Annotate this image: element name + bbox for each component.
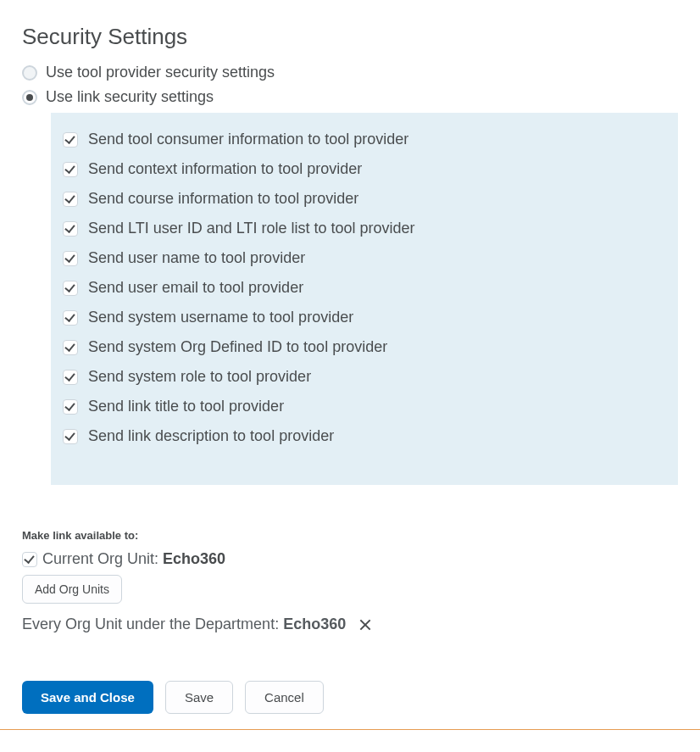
radio-link-label: Use link security settings <box>46 88 214 106</box>
radio-link-icon[interactable] <box>22 90 37 105</box>
radio-row-provider[interactable]: Use tool provider security settings <box>22 64 678 81</box>
current-org-unit-checkbox[interactable] <box>22 552 37 567</box>
security-checkbox-label: Send user name to tool provider <box>88 249 305 267</box>
security-checkbox-row: Send context information to tool provide… <box>63 154 666 184</box>
security-checkbox-row: Send system username to tool provider <box>63 303 666 332</box>
security-checkbox[interactable] <box>63 399 78 415</box>
remove-dept-icon close-icon[interactable] <box>358 617 373 632</box>
page-title: Security Settings <box>22 24 678 50</box>
department-org-unit-text: Every Org Unit under the Department: Ech… <box>22 616 346 633</box>
cancel-button[interactable]: Cancel <box>245 681 324 714</box>
security-checkbox[interactable] <box>63 370 78 385</box>
security-checkbox[interactable] <box>63 162 78 177</box>
save-and-close-button[interactable]: Save and Close <box>22 681 153 714</box>
security-checkbox-row: Send system Org Defined ID to tool provi… <box>63 332 666 362</box>
security-checkbox-label: Send link title to tool provider <box>88 398 284 415</box>
security-checkbox-row: Send user name to tool provider <box>63 243 666 273</box>
current-org-unit-label: Current Org Unit: <box>42 550 163 567</box>
footer-divider <box>0 729 700 730</box>
security-checkbox[interactable] <box>63 281 78 296</box>
security-checkbox-row: Send tool consumer information to tool p… <box>63 125 666 154</box>
link-security-checkbox-panel: Send tool consumer information to tool p… <box>51 113 678 485</box>
security-checkbox[interactable] <box>63 192 78 207</box>
security-checkbox[interactable] <box>63 310 78 326</box>
current-org-unit-row: Current Org Unit: Echo360 <box>22 550 678 568</box>
security-checkbox[interactable] <box>63 340 78 355</box>
department-org-unit-prefix: Every Org Unit under the Department: <box>22 616 283 632</box>
security-checkbox[interactable] <box>63 429 78 444</box>
security-checkbox-row: Send link title to tool provider <box>63 392 666 421</box>
radio-provider-label: Use tool provider security settings <box>46 64 275 81</box>
security-checkbox-label: Send system Org Defined ID to tool provi… <box>88 338 387 356</box>
availability-header: Make link available to: <box>22 529 678 542</box>
current-org-unit-name: Echo360 <box>163 550 225 567</box>
department-org-unit-name: Echo360 <box>283 616 346 632</box>
radio-row-link[interactable]: Use link security settings <box>22 88 678 106</box>
current-org-unit-text: Current Org Unit: Echo360 <box>42 550 225 568</box>
security-checkbox-label: Send system role to tool provider <box>88 368 311 386</box>
security-checkbox-label: Send link description to tool provider <box>88 427 334 445</box>
security-checkbox[interactable] <box>63 251 78 266</box>
radio-provider-icon[interactable] <box>22 65 37 81</box>
security-checkbox-row: Send system role to tool provider <box>63 362 666 392</box>
security-checkbox-label: Send context information to tool provide… <box>88 160 362 178</box>
security-checkbox-row: Send user email to tool provider <box>63 273 666 303</box>
security-checkbox-row: Send link description to tool provider <box>63 421 666 451</box>
security-checkbox-row: Send LTI user ID and LTI role list to to… <box>63 214 666 243</box>
security-checkbox-label: Send LTI user ID and LTI role list to to… <box>88 220 415 237</box>
security-checkbox[interactable] <box>63 132 78 148</box>
security-checkbox-label: Send system username to tool provider <box>88 309 353 326</box>
save-button[interactable]: Save <box>165 681 233 714</box>
footer-button-bar: Save and Close Save Cancel <box>22 642 678 729</box>
security-checkbox-label: Send tool consumer information to tool p… <box>88 131 408 148</box>
security-checkbox[interactable] <box>63 221 78 237</box>
security-checkbox-row: Send course information to tool provider <box>63 184 666 214</box>
department-org-unit-row: Every Org Unit under the Department: Ech… <box>22 616 678 633</box>
add-org-units-button[interactable]: Add Org Units <box>22 575 122 604</box>
security-mode-radio-group: Use tool provider security settings Use … <box>22 64 678 106</box>
security-checkbox-label: Send course information to tool provider <box>88 190 358 208</box>
security-checkbox-label: Send user email to tool provider <box>88 279 303 297</box>
